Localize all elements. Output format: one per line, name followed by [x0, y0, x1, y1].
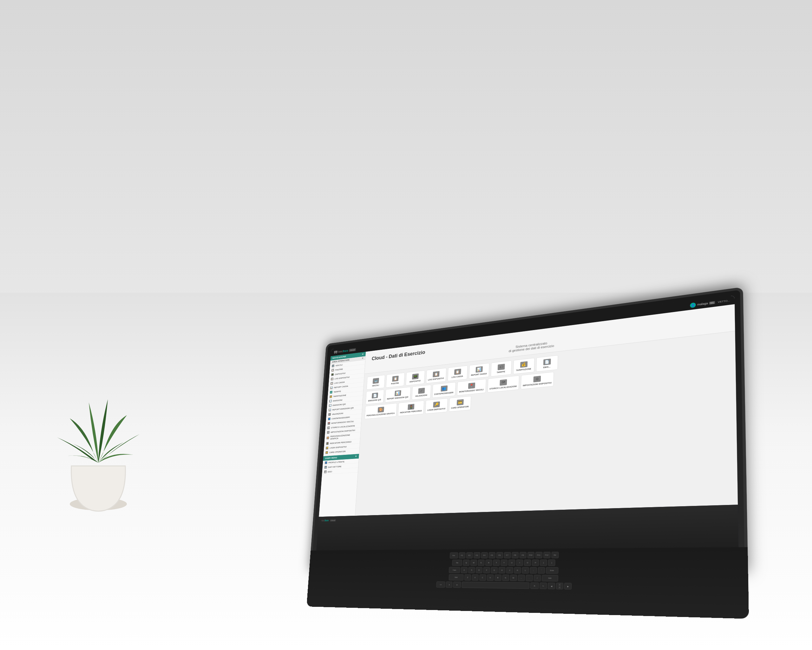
- key-f8[interactable]: F8: [511, 552, 519, 558]
- dati-vettore-icon: 🚌: [325, 466, 327, 469]
- key-semicolon[interactable]: ;: [530, 567, 537, 574]
- grid-btn-validazioni[interactable]: ✓ VALIDAZIONI: [412, 385, 431, 400]
- key-comma[interactable]: ,: [517, 575, 525, 581]
- grid-btn-veicoli[interactable]: 🚌 VEICOLI: [366, 375, 385, 390]
- key-period[interactable]: .: [526, 575, 533, 581]
- key-tab[interactable]: Tab: [452, 560, 462, 566]
- key-shift-l[interactable]: Shift: [449, 574, 463, 581]
- validazioni-icon: ✓: [328, 413, 331, 416]
- grid-btn-tariffe[interactable]: 🏷 TARIFFE: [491, 361, 511, 377]
- grid-btn-card-op[interactable]: 💳 CARD OPERATORI: [449, 396, 471, 411]
- header-user[interactable]: 👤 malaga ES: [690, 300, 715, 308]
- grid-tariffazione-icon: 💰: [520, 361, 528, 368]
- veicoli-icon: 🚌: [332, 364, 334, 367]
- key-y[interactable]: Y: [501, 560, 508, 566]
- key-space[interactable]: [461, 582, 530, 589]
- grid-btn-contapasseggeri[interactable]: 👥 CONTAPASSEGGERI: [432, 382, 456, 398]
- grid-login-icon: 🔑: [433, 401, 440, 408]
- key-f10[interactable]: F10: [527, 552, 534, 558]
- grid-btn-log-dispositivi[interactable]: 📋 LOG DISPOSITIVI: [426, 368, 447, 383]
- key-shift-r[interactable]: Shift: [542, 575, 558, 581]
- grid-btn-personalizzazione[interactable]: 🎨 PERSONALIZZAZIONE GRAFICA: [365, 403, 397, 419]
- key-f11[interactable]: F11: [535, 552, 542, 558]
- key-lbracket[interactable]: [: [540, 560, 547, 566]
- key-u[interactable]: U: [508, 560, 515, 566]
- key-rbracket[interactable]: ]: [548, 560, 556, 566]
- key-e[interactable]: E: [478, 560, 485, 566]
- key-slash[interactable]: /: [534, 575, 541, 581]
- key-o[interactable]: O: [524, 560, 531, 566]
- key-f2[interactable]: F2: [466, 552, 473, 558]
- key-right[interactable]: ▶: [564, 583, 572, 589]
- login-disp-icon: 🔑: [326, 447, 328, 450]
- key-f4[interactable]: F4: [481, 552, 488, 558]
- key-f9[interactable]: F9: [519, 552, 526, 558]
- key-f1[interactable]: F1: [459, 552, 465, 558]
- key-esc[interactable]: Esc: [449, 552, 458, 558]
- grid-btn-emis[interactable]: 📄 EMIS...: [536, 355, 558, 372]
- grid-btn-log-cassa[interactable]: 📋 LOG CASSA: [447, 365, 468, 381]
- key-g[interactable]: G: [491, 567, 498, 574]
- storico-icon: 🗺: [327, 427, 330, 430]
- key-f12[interactable]: F12: [543, 552, 550, 558]
- grid-btn-monitoraggio[interactable]: 📍 MONITORAGGIO VEICOLI: [457, 379, 486, 396]
- grid-btn-report-emissioni[interactable]: 📊 REPORT EMISSIONI Q/D: [385, 387, 411, 402]
- grid-piastre-icon: 📋: [392, 376, 399, 382]
- key-m[interactable]: M: [510, 575, 517, 581]
- key-s[interactable]: S: [468, 567, 475, 573]
- grid-btn-storico[interactable]: 🗺 STORICO LOCALIZZAZIONI: [487, 375, 519, 393]
- grid-btn-emissioni-qd[interactable]: 📄 EMISSIONI Q/D: [365, 389, 384, 404]
- key-caps[interactable]: Caps: [449, 567, 460, 573]
- key-h[interactable]: H: [498, 567, 505, 574]
- key-v[interactable]: V: [487, 575, 493, 581]
- key-down[interactable]: ▼: [559, 586, 560, 589]
- grid-emissioni-qd-icon: 📄: [372, 393, 378, 399]
- key-quote[interactable]: ': [538, 567, 545, 574]
- grid-btn-indicatori[interactable]: 🚦 INDICATORI PERCORSO: [398, 401, 424, 416]
- key-f[interactable]: F: [483, 567, 490, 574]
- key-win[interactable]: ⊞: [446, 581, 452, 588]
- key-i[interactable]: I: [516, 560, 523, 566]
- key-d[interactable]: D: [476, 567, 483, 574]
- grid-log-disp-icon: 📋: [433, 371, 440, 377]
- grid-btn-impostazioni[interactable]: ⚙ IMPOSTAZIONI DISPOSITIVI: [520, 372, 554, 389]
- key-fn[interactable]: Fn: [540, 583, 547, 589]
- logo-tec: tec: [338, 349, 343, 353]
- key-f5[interactable]: F5: [488, 552, 495, 558]
- key-n[interactable]: N: [502, 575, 509, 581]
- grid-btn-login-disp[interactable]: 🔑 LOGIN DISPOSITIVI: [425, 398, 448, 414]
- grid-card-icon: 💳: [456, 399, 463, 405]
- dispositivi-icon: 📟: [331, 373, 334, 376]
- key-r[interactable]: R: [485, 560, 492, 566]
- key-f7[interactable]: F7: [504, 552, 511, 558]
- key-f6[interactable]: F6: [496, 552, 503, 558]
- app-body: NAVIGAZIONE ✕ AREA OPERATORE ✕ 🚌 VEICOLI: [319, 304, 738, 517]
- key-left[interactable]: ◀: [548, 583, 555, 589]
- key-f3[interactable]: F3: [473, 552, 481, 558]
- key-ctrl-l[interactable]: Ctrl: [436, 581, 445, 588]
- grid-btn-tariffazione[interactable]: 💰 TARIFFAZIONE: [513, 358, 534, 374]
- key-alt-l[interactable]: Alt: [453, 582, 461, 588]
- grid-btn-piastre[interactable]: 📋 PIASTRE: [386, 373, 405, 388]
- key-j[interactable]: J: [506, 567, 513, 574]
- grid-btn-dispositivi[interactable]: 📟 DISPOSITIVI: [406, 370, 425, 385]
- grid-btn-report-cassa[interactable]: 📊 REPORT CASSA: [469, 363, 489, 379]
- key-l[interactable]: L: [522, 567, 529, 574]
- key-a[interactable]: A: [461, 567, 467, 573]
- key-x[interactable]: X: [472, 575, 479, 581]
- key-enter[interactable]: Enter: [546, 567, 559, 574]
- key-z[interactable]: Z: [464, 575, 471, 581]
- key-t[interactable]: T: [493, 560, 500, 566]
- key-p[interactable]: P: [532, 560, 539, 566]
- key-k[interactable]: K: [514, 567, 521, 574]
- key-w[interactable]: W: [470, 560, 477, 566]
- grid-validazioni-icon: ✓: [418, 388, 425, 394]
- sidebar-user-section: USER MENU ✕ 👤 PROFILO UTENTE 🚌 DATI VETT: [322, 454, 359, 474]
- key-c[interactable]: C: [479, 575, 486, 581]
- key-alt-r[interactable]: Alt: [530, 583, 539, 589]
- key-row-fn: Esc F1 F2 F3 F4 F5 F6 F7 F8 F9 F10 F11 F…: [313, 551, 744, 559]
- key-up[interactable]: ▲: [559, 583, 560, 586]
- key-del[interactable]: Del: [551, 552, 559, 558]
- key-b[interactable]: B: [494, 575, 501, 581]
- key-q[interactable]: Q: [463, 560, 469, 566]
